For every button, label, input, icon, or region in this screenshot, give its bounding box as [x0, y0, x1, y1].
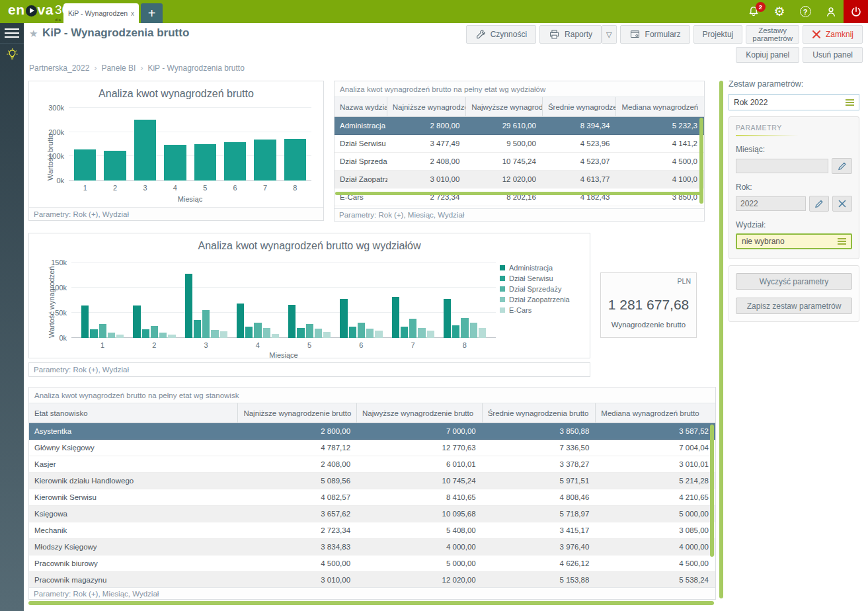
logout-button[interactable] [844, 0, 868, 23]
parameter-set-select[interactable]: Rok 2022 [729, 94, 859, 110]
formularz-button[interactable]: Formularz [620, 25, 690, 44]
tab-kip-wynagrodzenia[interactable]: KiP - Wynagrodzenia... x [63, 3, 139, 23]
bar-month-2[interactable] [104, 151, 126, 181]
menu-button[interactable] [0, 23, 24, 43]
bar-month-6[interactable] [224, 142, 246, 181]
bar-6-Dział Zaopatrzenia[interactable] [366, 329, 374, 338]
bar-5-Dział Serwisu[interactable] [297, 328, 304, 338]
projektuj-button[interactable]: Projektuj [693, 25, 743, 44]
vertical-scrollbar[interactable] [710, 425, 714, 557]
table-row[interactable]: Główny Księgowy4 787,1212 770,637 336,50… [29, 440, 715, 456]
miesiac-edit-button[interactable] [832, 158, 852, 174]
wyczysc-parametry-button[interactable]: Wyczyść parametry [736, 273, 852, 290]
column-header[interactable]: Mediana wynagrodzeń brutto [596, 403, 715, 423]
bar-4-E-Cars[interactable] [272, 334, 279, 338]
main-horizontal-scrollbar[interactable] [28, 601, 714, 605]
bar-month-1[interactable] [74, 149, 96, 181]
bar-5-Administracja[interactable] [288, 305, 296, 338]
horizontal-scrollbar[interactable] [335, 192, 701, 195]
column-header[interactable]: Średnie wynagrodzenia ... [543, 97, 617, 117]
bar-8-Administracja[interactable] [444, 299, 451, 338]
bar-7-Administracja[interactable] [392, 297, 399, 338]
main-vertical-scrollbar[interactable] [719, 81, 723, 598]
column-header[interactable]: Najwyższe wynagrodzenie brutto [357, 403, 483, 423]
bar-1-Dział Serwisu[interactable] [90, 329, 97, 338]
bar-8-E-Cars[interactable] [479, 328, 486, 338]
legend-item[interactable]: Dział Zaopatrzenia [500, 296, 580, 304]
bar-8-Dział Sprzedaży[interactable] [461, 318, 468, 338]
legend-item[interactable]: E-Cars [500, 306, 580, 314]
bar-4-Dział Sprzedaży[interactable] [254, 323, 261, 338]
new-tab-button[interactable]: + [141, 3, 163, 23]
breadcrumb-item[interactable]: KiP - Wynagrodzenia brutto [147, 63, 244, 73]
column-header[interactable]: Mediana wynagrodzeń [616, 97, 704, 117]
user-button[interactable] [824, 5, 838, 19]
usun-panel-button[interactable]: Usuń panel [803, 47, 863, 63]
bar-month-3[interactable] [134, 120, 156, 181]
rok-clear-button[interactable] [832, 196, 852, 212]
table-row[interactable]: Księgowa3 657,6210 095,685 718,975 000,0… [29, 506, 715, 522]
settings-button[interactable]: ⚙ [772, 5, 787, 19]
table-row[interactable]: Kasjer2 408,006 010,013 378,273 010,01 [29, 456, 715, 473]
bar-2-Dział Sprzedaży[interactable] [151, 326, 158, 338]
bar-1-Dział Sprzedaży[interactable] [99, 324, 106, 338]
breadcrumb-item[interactable]: Panele BI [101, 63, 136, 73]
column-header[interactable]: Średnie wynagrodzenia brutto [483, 403, 596, 423]
help-button[interactable]: ? [798, 5, 812, 19]
bar-month-8[interactable] [284, 139, 306, 181]
zamknij-button[interactable]: Zamknij [803, 25, 863, 44]
bar-2-Administracja[interactable] [133, 306, 140, 338]
kopiuj-panel-button[interactable]: Kopiuj panel [736, 47, 799, 63]
bar-month-5[interactable] [194, 144, 216, 181]
hint-button[interactable] [0, 43, 24, 65]
rok-edit-button[interactable] [809, 196, 829, 212]
bar-2-Dział Serwisu[interactable] [142, 329, 149, 338]
bar-3-E-Cars[interactable] [220, 331, 227, 338]
vertical-scrollbar[interactable] [699, 118, 703, 204]
bar-1-E-Cars[interactable] [116, 335, 124, 338]
table-row[interactable]: Dział Serwisu3 477,499 500,004 523,964 1… [335, 135, 704, 153]
czynnosci-button[interactable]: Czynności [466, 25, 536, 44]
tab-close-icon[interactable]: x [131, 10, 134, 17]
column-header[interactable]: Nazwa wydziału [335, 97, 387, 117]
table-row[interactable]: Kierownik działu Handlowego5 089,5610 74… [29, 473, 715, 489]
bar-month-4[interactable] [164, 145, 186, 181]
bar-6-Dział Sprzedaży[interactable] [358, 323, 365, 338]
bar-2-Dział Zaopatrzenia[interactable] [159, 333, 167, 338]
bar-6-E-Cars[interactable] [375, 331, 382, 338]
rok-input[interactable] [736, 196, 806, 211]
table-row[interactable]: Administracja2 800,0029 610,008 394,345 … [335, 117, 704, 135]
bar-5-E-Cars[interactable] [323, 332, 331, 338]
bar-7-E-Cars[interactable] [427, 331, 434, 338]
table-row[interactable]: Mechanik2 723,345 408,003 415,173 085,00 [29, 522, 715, 539]
raporty-button[interactable]: Raporty [539, 25, 602, 44]
column-header[interactable]: Najniższe wynagrodzenie ... [387, 97, 467, 117]
bar-3-Dział Sprzedaży[interactable] [202, 310, 210, 338]
miesiac-input[interactable] [736, 159, 828, 173]
bar-4-Dział Serwisu[interactable] [245, 327, 253, 338]
table-row[interactable]: Kierownik Serwisu4 082,578 410,654 808,4… [29, 489, 715, 506]
column-header[interactable]: Najwyższe wynagrodzenie ... [466, 97, 543, 117]
bar-7-Dział Sprzedaży[interactable] [409, 319, 416, 338]
zapisz-zestaw-button[interactable]: Zapisz zestaw parametrów [736, 298, 852, 314]
bar-8-Dział Zaopatrzenia[interactable] [470, 323, 477, 338]
bar-6-Administracja[interactable] [340, 299, 347, 338]
wydzial-select[interactable]: nie wybrano [736, 233, 852, 249]
bar-4-Dział Zaopatrzenia[interactable] [263, 328, 270, 338]
bar-month-7[interactable] [254, 140, 276, 181]
bar-7-Dział Serwisu[interactable] [401, 327, 408, 338]
raporty-dropdown-button[interactable]: ▽ [602, 25, 616, 44]
bar-3-Dział Zaopatrzenia[interactable] [211, 330, 218, 338]
legend-item[interactable]: Administracja [500, 264, 580, 272]
bar-5-Dział Sprzedaży[interactable] [306, 324, 313, 338]
table-row[interactable]: Pracownik biurowy4 500,005 000,004 626,1… [29, 555, 715, 572]
bar-4-Administracja[interactable] [237, 304, 244, 338]
bar-3-Dział Serwisu[interactable] [194, 320, 201, 338]
bar-3-Administracja[interactable] [185, 274, 192, 338]
column-header[interactable]: Najniższe wynagrodzenie brutto [238, 403, 357, 423]
bar-2-E-Cars[interactable] [168, 335, 175, 338]
bar-5-Dział Zaopatrzenia[interactable] [315, 329, 322, 338]
bar-8-Dział Serwisu[interactable] [452, 325, 459, 338]
legend-item[interactable]: Dział Sprzedaży [500, 285, 580, 293]
favorite-star-icon[interactable]: ★ [29, 28, 38, 40]
